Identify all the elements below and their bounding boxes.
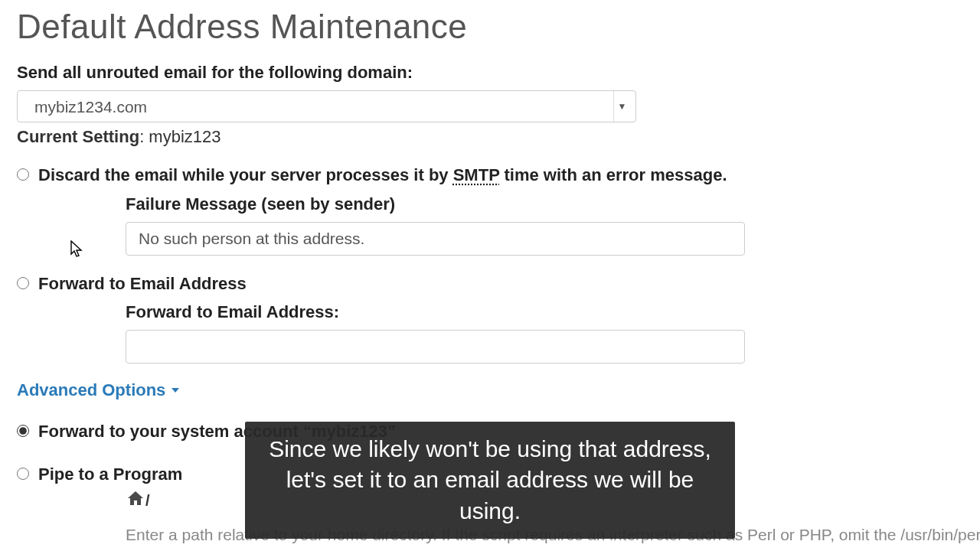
- discard-text-post: time with an error message.: [499, 165, 727, 184]
- current-setting: Current Setting: mybiz123: [17, 127, 963, 147]
- option-forward-email: Forward to Email Address: [17, 272, 963, 295]
- home-icon: [126, 489, 145, 510]
- radio-forward-email[interactable]: [17, 277, 29, 289]
- forward-email-input[interactable]: [126, 330, 745, 364]
- failure-message-label: Failure Message (seen by sender): [126, 194, 963, 214]
- advanced-options-toggle[interactable]: Advanced Options: [17, 380, 179, 400]
- forward-email-block: Forward to Email Address:: [126, 302, 963, 364]
- radio-discard[interactable]: [17, 168, 29, 181]
- radio-pipe[interactable]: [17, 468, 29, 480]
- option-discard-label[interactable]: Discard the email while your server proc…: [38, 164, 727, 187]
- discard-text-pre: Discard the email while your server proc…: [38, 165, 453, 184]
- pipe-path-prefix: /: [145, 492, 150, 509]
- chevron-down-icon: [172, 388, 179, 393]
- current-setting-label: Current Setting: [17, 127, 139, 146]
- option-pipe-label[interactable]: Pipe to a Program: [38, 463, 182, 486]
- cursor-icon: [70, 240, 84, 259]
- advanced-options-label: Advanced Options: [17, 380, 165, 400]
- caption-overlay: Since we likely won't be using that addr…: [245, 422, 735, 540]
- option-discard: Discard the email while your server proc…: [17, 164, 963, 187]
- option-forward-email-label[interactable]: Forward to Email Address: [38, 272, 247, 295]
- domain-select[interactable]: mybiz1234.com: [17, 90, 636, 122]
- smtp-abbr: SMTP: [453, 165, 500, 184]
- failure-message-block: Failure Message (seen by sender): [126, 194, 963, 256]
- radio-system-account[interactable]: [17, 425, 29, 437]
- domain-select-wrap: mybiz1234.com ▼: [17, 90, 636, 122]
- domain-section-label: Send all unrouted email for the followin…: [17, 63, 963, 83]
- forward-email-field-label: Forward to Email Address:: [126, 302, 963, 322]
- failure-message-input[interactable]: [126, 222, 745, 256]
- page-title: Default Address Maintenance: [17, 8, 963, 46]
- current-setting-value: mybiz123: [149, 127, 220, 146]
